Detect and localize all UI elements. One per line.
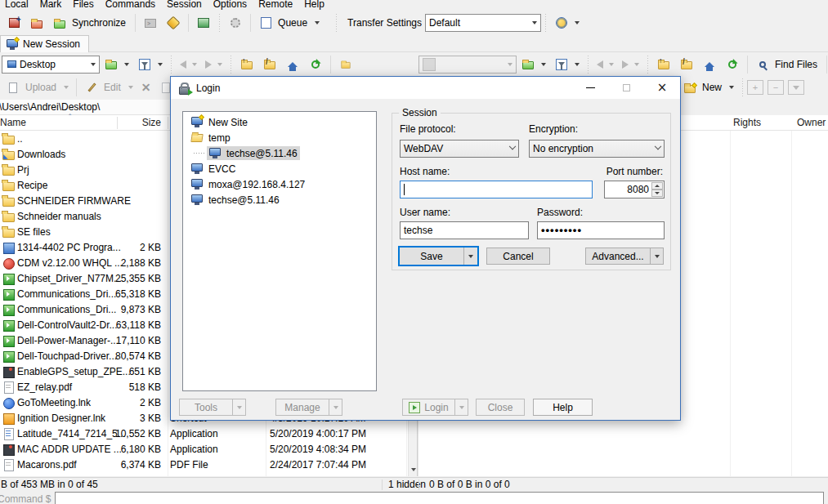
manage-split-button[interactable]: Manage [275,399,342,416]
file-protocol-combobox[interactable]: WebDAV [400,140,519,158]
local-home-button[interactable] [281,55,304,74]
user-name-input[interactable]: techse [400,221,529,239]
tools-dropdown-button[interactable] [232,399,246,416]
minimize-button[interactable] [572,77,608,99]
remote-parent-dir-button[interactable]: ↑ [652,55,675,74]
save-button[interactable]: Save [400,248,463,265]
session-color-button[interactable] [550,13,584,33]
dialog-title-bar[interactable]: Login × [171,77,680,99]
menu-item[interactable]: Commands [101,0,162,11]
maximize-button[interactable] [608,77,644,99]
manage-button[interactable]: Manage [275,399,329,416]
upload-button[interactable]: Upload [2,78,73,97]
file-row[interactable]: Latitude_7414_7214_5... 10,552 KB Applic… [0,426,408,441]
remote-home-button[interactable] [698,55,721,74]
local-open-directory-button[interactable] [100,55,133,74]
spinner-up-button[interactable] [651,182,663,190]
command-input[interactable] [55,492,824,504]
tab-new-session[interactable]: New Session [0,35,89,52]
login-split-button[interactable]: Login [402,399,468,416]
queue-button[interactable]: Queue [254,13,324,33]
column-header-size[interactable]: Size [114,117,161,128]
preferences-button[interactable] [224,13,247,33]
filter-small-button[interactable] [788,80,804,95]
password-input[interactable]: ••••••••• [537,221,665,239]
column-header-owner[interactable]: Owner [797,117,826,128]
port-spinner[interactable] [651,182,663,197]
menu-item[interactable]: Mark [35,0,69,11]
remote-refresh-button[interactable] [721,55,744,74]
cancel-button[interactable]: Cancel [486,248,550,265]
column-header-name[interactable]: Name [0,117,26,128]
chevron-down-icon [64,86,69,89]
collapse-button[interactable]: − [768,80,784,95]
close-button[interactable]: × [644,77,680,99]
site-label: New Site [208,117,248,128]
menu-item[interactable]: Files [68,0,100,11]
remote-drive-combobox[interactable] [418,56,517,74]
site-tree-item[interactable]: temp [183,130,376,145]
upload-label: Upload [24,82,58,93]
file-row[interactable]: MAC ADDR UPDATE ... 6,180 KB Application… [0,441,408,457]
synchronize-button[interactable]: Synchronize [48,13,132,33]
file-size: 6,180 KB [113,444,161,455]
file-row[interactable]: Macarons.pdf 6,374 KB PDF File 2/24/2017… [0,457,408,472]
console-button[interactable]: > [139,13,162,33]
column-header-rights[interactable]: Rights [733,117,761,128]
advanced-split-button[interactable]: Advanced... [585,248,664,265]
host-name-input[interactable] [400,181,593,198]
remote-back-button[interactable] [593,55,618,74]
local-filter-button[interactable] [133,55,167,74]
site-tree-item[interactable]: techse@5.11.46 [183,192,376,207]
local-refresh-button[interactable] [304,55,327,74]
advanced-dropdown-button[interactable] [650,248,664,265]
save-dropdown-button[interactable] [463,248,477,265]
find-files-label: Find Files [773,59,819,70]
local-root-dir-button[interactable]: / [258,55,281,74]
menu-item[interactable]: Remote [253,0,299,11]
menu-item[interactable]: Help [299,0,331,11]
remote-forward-button[interactable] [618,55,643,74]
local-tree-button[interactable] [334,55,357,74]
site-tree-item[interactable]: techse@5.11.46 [183,145,376,161]
close-session-button[interactable]: Close [476,399,525,416]
login-button[interactable]: Login [402,399,454,416]
remote-root-dir-button[interactable]: / [675,55,698,74]
find-files-button[interactable]: Find Files [751,55,823,74]
local-forward-button[interactable] [201,55,226,74]
edit-button[interactable]: Edit [80,78,137,97]
transfer-mode-button[interactable] [192,13,215,33]
menu-item[interactable]: Session [162,0,208,11]
connect-button[interactable] [162,13,185,33]
new-session-button[interactable] [2,13,25,33]
file-protocol-label: File protocol: [400,123,456,135]
remote-filter-button[interactable] [550,55,584,74]
disconnect-session-button[interactable] [25,13,48,33]
file-size: 65,318 KB [113,288,161,300]
file-size: 2,188 KB [113,257,161,269]
expand-button[interactable]: + [747,80,763,95]
tools-split-button[interactable]: Tools [179,399,246,416]
spinner-down-button[interactable] [651,190,663,197]
encryption-combobox[interactable]: No encryption [529,140,665,158]
new-button[interactable]: New [678,78,738,97]
tools-button[interactable]: Tools [179,399,232,416]
port-number-input[interactable]: 8080 [604,181,665,198]
remote-open-directory-button[interactable] [517,55,550,74]
refresh-icon [308,57,323,72]
advanced-button[interactable]: Advanced... [585,248,650,265]
transfer-settings-combobox[interactable]: Default [425,14,541,32]
local-drive-combobox[interactable]: Desktop [2,56,100,74]
help-button[interactable]: Help [533,399,593,416]
site-tree-item[interactable]: moxa@192.168.4.127 [183,176,376,192]
site-tree-item[interactable]: EVCC [183,161,376,176]
save-split-button[interactable]: Save [398,246,479,266]
menu-item[interactable]: Options [208,0,253,11]
local-parent-dir-button[interactable]: ↑ [235,55,258,74]
site-tree-item[interactable]: New Site [183,114,376,130]
login-dropdown-button[interactable] [454,399,468,416]
menu-item[interactable]: Local [0,0,35,11]
local-back-button[interactable] [176,55,201,74]
manage-dropdown-button[interactable] [329,399,342,416]
delete-button[interactable]: ✕ [137,78,155,97]
